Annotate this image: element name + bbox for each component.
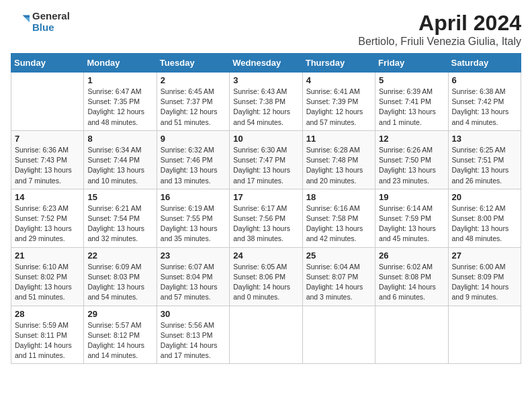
day-info: Sunrise: 6:26 AM Sunset: 7:50 PM Dayligh… — [379, 145, 444, 186]
calendar-cell: 15Sunrise: 6:21 AM Sunset: 7:54 PM Dayli… — [84, 189, 157, 247]
calendar-cell: 1Sunrise: 6:47 AM Sunset: 7:35 PM Daylig… — [84, 73, 157, 131]
day-number: 13 — [452, 134, 517, 144]
day-info: Sunrise: 6:05 AM Sunset: 8:06 PM Dayligh… — [233, 262, 298, 303]
day-number: 19 — [379, 192, 444, 202]
day-number: 21 — [15, 250, 80, 261]
day-info: Sunrise: 6:36 AM Sunset: 7:43 PM Dayligh… — [15, 145, 80, 186]
calendar-cell — [448, 306, 521, 364]
dow-header-wednesday: Wednesday — [230, 54, 302, 73]
day-info: Sunrise: 6:39 AM Sunset: 7:41 PM Dayligh… — [379, 87, 444, 128]
calendar-cell: 28Sunrise: 5:59 AM Sunset: 8:11 PM Dayli… — [11, 306, 84, 364]
day-info: Sunrise: 6:25 AM Sunset: 7:51 PM Dayligh… — [452, 145, 517, 186]
calendar-cell — [302, 306, 375, 364]
calendar-cell — [11, 73, 84, 131]
calendar-cell: 21Sunrise: 6:10 AM Sunset: 8:02 PM Dayli… — [11, 247, 84, 306]
day-number: 4 — [306, 75, 371, 85]
page-title: April 2024 — [358, 11, 521, 36]
calendar-cell: 12Sunrise: 6:26 AM Sunset: 7:50 PM Dayli… — [375, 130, 448, 189]
day-number: 8 — [87, 134, 152, 144]
week-row-5: 28Sunrise: 5:59 AM Sunset: 8:11 PM Dayli… — [11, 306, 521, 364]
day-info: Sunrise: 6:00 AM Sunset: 8:09 PM Dayligh… — [452, 262, 517, 303]
calendar-body: 1Sunrise: 6:47 AM Sunset: 7:35 PM Daylig… — [11, 73, 521, 364]
calendar-cell: 7Sunrise: 6:36 AM Sunset: 7:43 PM Daylig… — [11, 130, 84, 189]
calendar-cell: 29Sunrise: 5:57 AM Sunset: 8:12 PM Dayli… — [84, 306, 157, 364]
dow-header-friday: Friday — [375, 54, 448, 73]
calendar-table: SundayMondayTuesdayWednesdayThursdayFrid… — [11, 53, 521, 364]
day-info: Sunrise: 6:28 AM Sunset: 7:48 PM Dayligh… — [306, 145, 371, 186]
day-number: 3 — [233, 75, 298, 85]
day-number: 26 — [379, 250, 444, 261]
calendar-cell: 2Sunrise: 6:45 AM Sunset: 7:37 PM Daylig… — [157, 73, 229, 131]
day-info: Sunrise: 6:21 AM Sunset: 7:54 PM Dayligh… — [87, 203, 152, 244]
day-info: Sunrise: 6:07 AM Sunset: 8:04 PM Dayligh… — [161, 262, 226, 303]
day-info: Sunrise: 6:32 AM Sunset: 7:46 PM Dayligh… — [161, 145, 226, 186]
day-info: Sunrise: 6:19 AM Sunset: 7:55 PM Dayligh… — [161, 203, 226, 244]
day-number: 7 — [15, 134, 80, 144]
day-number: 14 — [15, 192, 80, 202]
day-info: Sunrise: 6:12 AM Sunset: 8:00 PM Dayligh… — [452, 203, 517, 244]
calendar-cell: 27Sunrise: 6:00 AM Sunset: 8:09 PM Dayli… — [448, 247, 521, 306]
day-info: Sunrise: 6:09 AM Sunset: 8:03 PM Dayligh… — [87, 262, 152, 303]
day-info: Sunrise: 6:23 AM Sunset: 7:52 PM Dayligh… — [15, 203, 80, 244]
day-info: Sunrise: 6:04 AM Sunset: 8:07 PM Dayligh… — [306, 262, 371, 303]
day-number: 10 — [233, 134, 298, 144]
day-info: Sunrise: 5:56 AM Sunset: 8:13 PM Dayligh… — [161, 320, 226, 361]
day-number: 30 — [161, 309, 226, 319]
calendar-cell: 9Sunrise: 6:32 AM Sunset: 7:46 PM Daylig… — [157, 130, 229, 189]
dow-header-monday: Monday — [84, 54, 157, 73]
logo-text: General Blue — [32, 11, 70, 33]
days-of-week-row: SundayMondayTuesdayWednesdayThursdayFrid… — [11, 54, 521, 73]
day-info: Sunrise: 6:16 AM Sunset: 7:58 PM Dayligh… — [306, 203, 371, 244]
dow-header-tuesday: Tuesday — [157, 54, 229, 73]
calendar-cell: 23Sunrise: 6:07 AM Sunset: 8:04 PM Dayli… — [157, 247, 229, 306]
calendar-cell: 17Sunrise: 6:17 AM Sunset: 7:56 PM Dayli… — [230, 189, 302, 247]
calendar-cell: 18Sunrise: 6:16 AM Sunset: 7:58 PM Dayli… — [302, 189, 375, 247]
calendar-cell: 16Sunrise: 6:19 AM Sunset: 7:55 PM Dayli… — [157, 189, 229, 247]
calendar-cell: 11Sunrise: 6:28 AM Sunset: 7:48 PM Dayli… — [302, 130, 375, 189]
calendar-cell — [230, 306, 302, 364]
header: General Blue April 2024 Bertiolo, Friuli… — [11, 11, 521, 48]
logo: General Blue — [11, 11, 70, 33]
week-row-4: 21Sunrise: 6:10 AM Sunset: 8:02 PM Dayli… — [11, 247, 521, 306]
day-number: 27 — [452, 250, 517, 261]
calendar-cell: 25Sunrise: 6:04 AM Sunset: 8:07 PM Dayli… — [302, 247, 375, 306]
day-number: 18 — [306, 192, 371, 202]
day-number: 9 — [161, 134, 226, 144]
calendar-cell: 22Sunrise: 6:09 AM Sunset: 8:03 PM Dayli… — [84, 247, 157, 306]
day-number: 25 — [306, 250, 371, 261]
day-number: 5 — [379, 75, 444, 85]
day-info: Sunrise: 6:14 AM Sunset: 7:59 PM Dayligh… — [379, 203, 444, 244]
calendar-cell: 13Sunrise: 6:25 AM Sunset: 7:51 PM Dayli… — [448, 130, 521, 189]
week-row-3: 14Sunrise: 6:23 AM Sunset: 7:52 PM Dayli… — [11, 189, 521, 247]
calendar-cell: 26Sunrise: 6:02 AM Sunset: 8:08 PM Dayli… — [375, 247, 448, 306]
day-info: Sunrise: 6:10 AM Sunset: 8:02 PM Dayligh… — [15, 262, 80, 303]
day-number: 2 — [161, 75, 226, 85]
day-number: 23 — [161, 250, 226, 261]
calendar-cell: 19Sunrise: 6:14 AM Sunset: 7:59 PM Dayli… — [375, 189, 448, 247]
calendar-cell: 5Sunrise: 6:39 AM Sunset: 7:41 PM Daylig… — [375, 73, 448, 131]
day-number: 6 — [452, 75, 517, 85]
day-info: Sunrise: 6:02 AM Sunset: 8:08 PM Dayligh… — [379, 262, 444, 303]
title-block: April 2024 Bertiolo, Friuli Venezia Giul… — [358, 11, 521, 48]
day-info: Sunrise: 6:34 AM Sunset: 7:44 PM Dayligh… — [87, 145, 152, 186]
logo-icon — [11, 13, 30, 32]
calendar-cell: 3Sunrise: 6:43 AM Sunset: 7:38 PM Daylig… — [230, 73, 302, 131]
day-info: Sunrise: 6:41 AM Sunset: 7:39 PM Dayligh… — [306, 87, 371, 128]
day-number: 17 — [233, 192, 298, 202]
day-info: Sunrise: 6:38 AM Sunset: 7:42 PM Dayligh… — [452, 87, 517, 128]
day-number: 22 — [87, 250, 152, 261]
day-number: 1 — [87, 75, 152, 85]
calendar-cell: 30Sunrise: 5:56 AM Sunset: 8:13 PM Dayli… — [157, 306, 229, 364]
calendar-cell: 24Sunrise: 6:05 AM Sunset: 8:06 PM Dayli… — [230, 247, 302, 306]
week-row-2: 7Sunrise: 6:36 AM Sunset: 7:43 PM Daylig… — [11, 130, 521, 189]
calendar-cell — [375, 306, 448, 364]
calendar-cell: 14Sunrise: 6:23 AM Sunset: 7:52 PM Dayli… — [11, 189, 84, 247]
day-info: Sunrise: 6:47 AM Sunset: 7:35 PM Dayligh… — [87, 87, 152, 128]
day-info: Sunrise: 5:57 AM Sunset: 8:12 PM Dayligh… — [87, 320, 152, 361]
day-number: 28 — [15, 309, 80, 319]
calendar-cell: 10Sunrise: 6:30 AM Sunset: 7:47 PM Dayli… — [230, 130, 302, 189]
calendar-cell: 4Sunrise: 6:41 AM Sunset: 7:39 PM Daylig… — [302, 73, 375, 131]
dow-header-saturday: Saturday — [448, 54, 521, 73]
day-number: 24 — [233, 250, 298, 261]
page-subtitle: Bertiolo, Friuli Venezia Giulia, Italy — [358, 36, 521, 48]
